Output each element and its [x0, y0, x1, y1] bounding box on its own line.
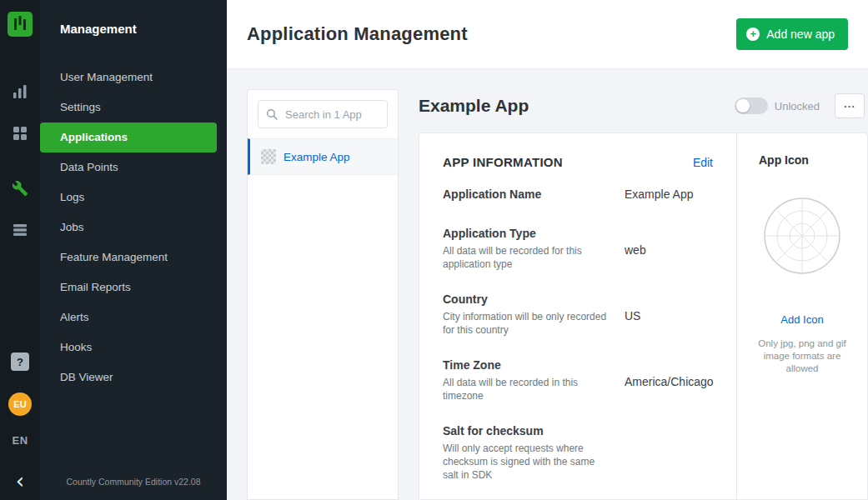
info-row-time-zone: Time Zone All data will be recorded in t…: [443, 358, 713, 402]
add-new-app-label: Add new app: [766, 28, 835, 41]
content-area: Example App Example App Unlocked ...: [227, 69, 868, 500]
language-selector[interactable]: EN: [12, 434, 28, 447]
icon-rail: ? EU EN ‹: [0, 0, 40, 500]
sidebar-item-alerts[interactable]: Alerts: [40, 302, 217, 332]
app-info-card: APP INFORMATION Edit Application Name Ex…: [419, 132, 868, 500]
feedback-icon[interactable]: ?: [11, 352, 29, 371]
management-wrench-icon[interactable]: [10, 178, 30, 198]
info-row-label: Application Name: [443, 188, 611, 201]
page-header: Application Management + Add new app: [227, 0, 868, 69]
countly-logo-icon: [8, 12, 33, 37]
sidebar-item-feature-management[interactable]: Feature Management: [40, 242, 217, 272]
management-sidebar: Management User Management Settings Appl…: [40, 0, 227, 500]
data-manager-icon[interactable]: [10, 220, 30, 240]
sidebar-item-settings[interactable]: Settings: [40, 92, 217, 122]
version-label: Countly Community Edition v22.08: [40, 463, 227, 500]
info-row-desc: All data will be recorded in this timezo…: [443, 376, 611, 402]
app-icon-heading: App Icon: [750, 153, 809, 167]
app-list-item-label: Example App: [283, 151, 350, 163]
info-row-label: Salt for checksum: [443, 424, 611, 438]
icon-formats-note: Only jpg, png and gif image formats are …: [751, 338, 853, 375]
info-row-application-type: Application Type All data will be record…: [443, 227, 713, 271]
countly-logo[interactable]: [8, 12, 33, 40]
info-row-left: Application Type All data will be record…: [443, 227, 625, 271]
info-row-salt-for-checksum: Salt for checksum Will only accept reque…: [443, 424, 713, 482]
info-row-label: Country: [443, 292, 611, 306]
apps-list-panel: Example App: [247, 89, 399, 500]
sidebar-item-email-reports[interactable]: Email Reports: [40, 272, 217, 302]
user-avatar[interactable]: EU: [8, 392, 32, 416]
info-row-left: Country City information will be only re…: [443, 292, 625, 337]
app-info-heading-row: APP INFORMATION Edit: [443, 155, 713, 169]
app-info-heading: APP INFORMATION: [443, 155, 563, 169]
info-row-left: Salt for checksum Will only accept reque…: [443, 424, 625, 482]
add-new-app-button[interactable]: + Add new app: [736, 18, 848, 50]
info-row-country: Country City information will be only re…: [443, 292, 713, 337]
sidebar-item-logs[interactable]: Logs: [40, 182, 217, 212]
info-row-value: US: [625, 309, 640, 337]
plus-icon: +: [746, 28, 760, 41]
app-icon-placeholder[interactable]: [763, 197, 841, 278]
app-icon-panel: App Icon Add: [736, 133, 867, 499]
app-placeholder-icon: [261, 149, 276, 164]
more-options-button[interactable]: ...: [835, 93, 865, 118]
info-row-value: Example App: [625, 188, 694, 205]
sidebar-item-user-management[interactable]: User Management: [40, 62, 217, 92]
sidebar-item-hooks[interactable]: Hooks: [40, 332, 217, 362]
app-detail-header: Example App Unlocked ...: [419, 89, 868, 122]
collapse-sidebar-icon[interactable]: ‹: [16, 470, 24, 492]
info-row-desc: City information will be only recorded f…: [443, 310, 611, 337]
info-row-desc: Will only accept requests where checksum…: [443, 442, 611, 482]
toggle-knob-icon: [736, 99, 750, 112]
sidebar-item-db-viewer[interactable]: DB Viewer: [40, 362, 217, 392]
info-row-label: Application Type: [443, 227, 611, 240]
dashboards-icon[interactable]: [10, 123, 30, 143]
sidebar-title: Management: [40, 0, 227, 62]
info-row-value: America/Chicago: [625, 375, 714, 402]
app-list-item[interactable]: Example App: [248, 138, 398, 175]
app-search: [248, 90, 398, 138]
edit-link[interactable]: Edit: [693, 156, 713, 169]
info-row-application-name: Application Name Example App: [443, 188, 713, 205]
main-area: Application Management + Add new app: [227, 0, 868, 500]
app-detail: Example App Unlocked ... APP INFORMATION…: [419, 89, 868, 500]
info-row-desc: All data will be recorded for this appli…: [443, 244, 611, 271]
info-row-label: Time Zone: [443, 358, 611, 372]
page-title: Application Management: [247, 23, 468, 45]
info-row-left: Application Name: [443, 188, 625, 205]
analytics-icon[interactable]: [10, 82, 30, 102]
app-info-section: APP INFORMATION Edit Application Name Ex…: [419, 133, 736, 499]
lock-state-label: Unlocked: [775, 100, 820, 112]
lock-control: Unlocked: [735, 98, 820, 114]
search-icon: [266, 108, 278, 123]
info-row-left: Time Zone All data will be recorded in t…: [443, 358, 625, 402]
app-window: ? EU EN ‹ Management User Management Set…: [0, 0, 868, 500]
lock-toggle[interactable]: [735, 98, 768, 114]
sidebar-item-applications[interactable]: Applications: [40, 122, 217, 152]
app-detail-title: Example App: [419, 96, 529, 116]
sidebar-item-jobs[interactable]: Jobs: [40, 212, 217, 242]
sidebar-item-data-points[interactable]: Data Points: [40, 152, 217, 182]
info-row-value: web: [625, 243, 646, 271]
add-icon-link[interactable]: Add Icon: [780, 313, 823, 326]
